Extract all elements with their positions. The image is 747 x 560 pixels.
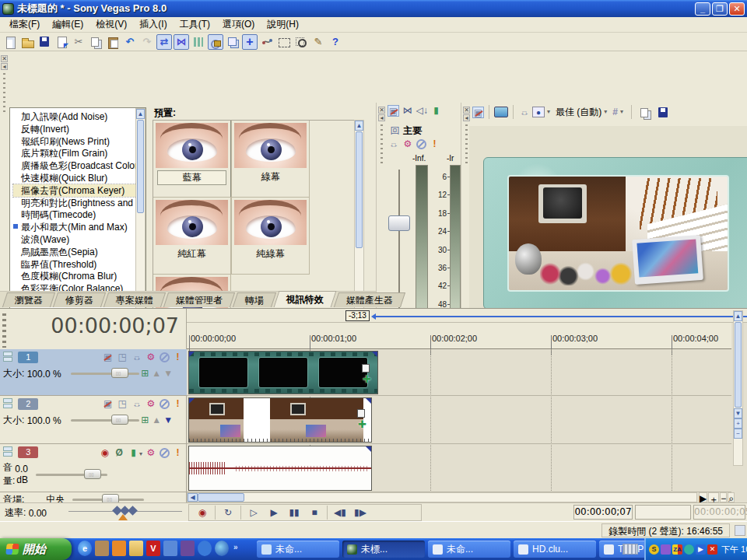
timeline-horizontal-scrollbar[interactable]: ◀ bbox=[187, 492, 697, 502]
preset-cell[interactable]: 綠幕 bbox=[231, 120, 310, 198]
menu-item[interactable]: 工具(T) bbox=[174, 16, 216, 33]
play-from-start-button[interactable]: ▷ bbox=[244, 506, 264, 520]
selection-start-timecode[interactable]: 00:00:00;07 bbox=[573, 505, 633, 520]
redo-icon[interactable] bbox=[139, 34, 155, 50]
bypass-icon[interactable] bbox=[416, 139, 426, 149]
tray-messenger-icon[interactable] bbox=[684, 544, 694, 555]
normal-edit-tool-icon[interactable] bbox=[242, 34, 258, 50]
track-motion-icon[interactable] bbox=[117, 352, 128, 363]
volume-value[interactable]: 0.0 dB bbox=[15, 464, 28, 485]
compositing-mode-icon[interactable]: ⊞ bbox=[139, 368, 151, 380]
collapse-panel-icon[interactable]: ◂ bbox=[378, 114, 385, 121]
ignore-event-grouping-icon[interactable] bbox=[225, 34, 240, 50]
vegas-app-icon[interactable] bbox=[112, 541, 126, 556]
save-icon[interactable] bbox=[37, 34, 52, 50]
task-button[interactable]: 未命... bbox=[428, 541, 510, 558]
tray-antivirus-icon[interactable]: S bbox=[649, 544, 659, 555]
external-monitor-icon[interactable] bbox=[494, 107, 508, 117]
menu-item[interactable]: 插入(I) bbox=[133, 16, 173, 33]
overlay-grid-icon[interactable]: # bbox=[612, 107, 618, 117]
loop-playback-button[interactable]: ↻ bbox=[218, 506, 238, 520]
new-project-icon[interactable] bbox=[2, 34, 18, 50]
mute-icon[interactable] bbox=[160, 399, 170, 409]
go-to-start-button[interactable]: ◀▮ bbox=[330, 506, 350, 520]
track-motion-icon[interactable] bbox=[117, 398, 128, 410]
split-screen-icon[interactable]: ● bbox=[532, 107, 545, 117]
solo-icon[interactable] bbox=[172, 398, 184, 410]
preset-cell[interactable]: 純紅幕 bbox=[153, 197, 231, 275]
language-bar-keyboard-icon[interactable] bbox=[622, 544, 638, 555]
effect-list-item[interactable]: 臨界值(Threshold) bbox=[13, 258, 146, 271]
tray-media-icon[interactable]: ▶ bbox=[696, 544, 706, 555]
effect-list-item[interactable]: 明亮和對比(Brightness and C bbox=[13, 197, 146, 209]
effect-list-item[interactable]: 波浪(Wave) bbox=[13, 233, 146, 246]
close-panel-icon[interactable]: ✕ bbox=[1, 55, 8, 62]
media-player-icon[interactable] bbox=[215, 541, 229, 556]
preset-cell[interactable]: 純綠幕 bbox=[231, 197, 310, 275]
zoom-out-vertical-icon[interactable]: − bbox=[734, 429, 742, 439]
preset-cell[interactable]: 藍幕 bbox=[153, 120, 231, 198]
arm-record-icon[interactable] bbox=[99, 447, 110, 459]
quick-launch-more-icon[interactable]: » bbox=[233, 543, 238, 551]
pause-button[interactable]: ▮▮ bbox=[284, 506, 304, 520]
bypass-motion-blur-icon[interactable] bbox=[102, 352, 114, 363]
track-level-value[interactable]: 100.0 % bbox=[27, 369, 61, 380]
menu-item[interactable]: 選項(O) bbox=[216, 16, 261, 33]
effects-panel-grip[interactable]: ✕ ◂ bbox=[0, 54, 9, 117]
effect-list-item[interactable]: 摳像去背(Chroma Keyer) bbox=[13, 184, 138, 197]
zoom-out-icon[interactable]: − bbox=[720, 492, 727, 502]
track-header-2[interactable]: 2 大小: 100.0 % ⊞ ▲ ▼ bbox=[0, 396, 187, 444]
track-level-slider[interactable] bbox=[71, 373, 139, 375]
paste-icon[interactable] bbox=[105, 34, 121, 50]
insert-bus-icon[interactable] bbox=[388, 105, 399, 117]
record-button[interactable]: ◉ bbox=[192, 506, 212, 520]
solo-alert-icon[interactable] bbox=[429, 138, 440, 150]
invert-phase-icon[interactable] bbox=[114, 447, 125, 459]
menu-item[interactable]: 說明(H) bbox=[261, 16, 305, 33]
master-fader-handle[interactable] bbox=[388, 215, 410, 231]
automation-settings-icon[interactable] bbox=[145, 447, 156, 459]
start-button[interactable]: 開始 bbox=[0, 538, 72, 560]
effect-list-item[interactable]: 烏賊墨黑色(Sepia) bbox=[13, 246, 146, 258]
red-app-icon[interactable]: V bbox=[146, 541, 160, 556]
lock-envelopes-icon[interactable] bbox=[208, 34, 223, 50]
track-number[interactable]: 3 bbox=[18, 446, 38, 458]
tray-display-icon[interactable] bbox=[661, 544, 671, 555]
track-number[interactable]: 2 bbox=[18, 398, 38, 410]
cut-icon[interactable] bbox=[71, 34, 86, 50]
play-button[interactable]: ▶ bbox=[264, 506, 284, 520]
effect-list-item[interactable]: 報紙印刷(News Print) bbox=[13, 135, 146, 148]
audio-event[interactable] bbox=[188, 446, 372, 491]
zoom-tool-icon[interactable]: ⌕ bbox=[728, 492, 735, 502]
project-properties-icon[interactable] bbox=[54, 34, 69, 50]
statusbar-pane-icon[interactable] bbox=[735, 525, 745, 536]
auto-ripple-icon[interactable] bbox=[174, 34, 189, 50]
fx-settings-icon[interactable] bbox=[402, 138, 413, 150]
insert-fx-icon[interactable]: ⋈ bbox=[402, 105, 413, 117]
zoom-in-icon[interactable]: ＋ bbox=[708, 492, 719, 502]
go-to-end-button[interactable]: ▮▶ bbox=[350, 506, 370, 520]
video-output-fx-icon[interactable] bbox=[518, 107, 530, 118]
collapse-panel-icon[interactable]: ◂ bbox=[1, 63, 8, 70]
tray-error-icon[interactable]: ✕ bbox=[707, 544, 717, 555]
dock-tab[interactable]: 媒體產生器 bbox=[334, 292, 405, 307]
track-header-3[interactable]: 3 ▾ 音量: 0.0 dB 音場: 中央 bbox=[0, 444, 187, 492]
marker-bar[interactable]: -3;13 bbox=[187, 309, 747, 323]
loop-region-bar[interactable] bbox=[376, 316, 747, 317]
book-app-icon[interactable] bbox=[181, 541, 195, 556]
effect-list-item[interactable]: 時間碼(Timecode) bbox=[13, 208, 146, 221]
preview-quality-dropdown[interactable]: 最佳 (自動) bbox=[556, 106, 601, 119]
dock-tab[interactable]: 專案媒體 bbox=[103, 292, 166, 307]
network-app-icon[interactable] bbox=[198, 541, 212, 556]
dock-tab[interactable]: 修剪器 bbox=[53, 292, 106, 307]
selection-end-timecode[interactable] bbox=[635, 505, 691, 520]
track-minimize-buttons[interactable] bbox=[3, 446, 14, 458]
zoom-edit-tool-icon[interactable] bbox=[293, 34, 309, 50]
make-compositing-child-icon[interactable]: ▼ bbox=[163, 368, 174, 380]
menu-item[interactable]: 編輯(E) bbox=[46, 16, 89, 33]
downmix-icon[interactable]: ◁↓ bbox=[416, 105, 428, 117]
collapse-panel-icon[interactable]: ◂ bbox=[463, 114, 470, 121]
stop-button[interactable]: ■ bbox=[304, 506, 324, 520]
cursor-timecode-display[interactable]: 00:00:00;07 bbox=[16, 313, 179, 338]
scroll-left-icon[interactable]: ◀ bbox=[188, 493, 198, 502]
